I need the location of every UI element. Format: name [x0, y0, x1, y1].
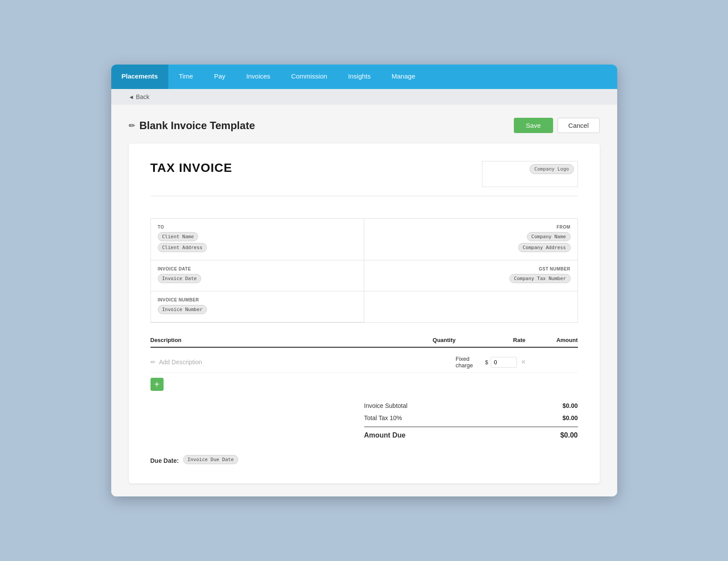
to-section: TO Client Name Client Address [151, 219, 364, 260]
page-header: ✏ Blank Invoice Template Save Cancel [129, 118, 600, 133]
tax-label: Total Tax 10% [364, 414, 402, 421]
nav-item-insights[interactable]: Insights [338, 65, 381, 89]
tax-row: Total Tax 10% $0.00 [364, 412, 578, 424]
amount-due-row: Amount Due $0.00 [364, 427, 578, 442]
col-rate-header: Rate [456, 337, 526, 343]
amount-due-label: Amount Due [364, 431, 406, 439]
line-item-pencil-icon: ✏ [150, 359, 156, 366]
company-address-badge: Company Address [518, 243, 570, 252]
invoice-title: TAX INVOICE [150, 161, 232, 175]
invoice-table-header: Description Quantity Rate Amount [150, 333, 578, 348]
from-empty-section [364, 291, 578, 322]
invoice-totals: Invoice Subtotal $0.00 Total Tax 10% $0.… [364, 396, 578, 442]
line-item-rate: Fixed charge $ × [456, 356, 526, 369]
nav-item-pay[interactable]: Pay [204, 65, 236, 89]
col-amount-header: Amount [526, 337, 578, 343]
company-tax-badge: Company Tax Number [509, 274, 570, 283]
nav-item-placements[interactable]: Placements [111, 65, 168, 89]
nav-item-commission[interactable]: Commission [281, 65, 338, 89]
invoice-number-badge: Invoice Number [158, 305, 207, 314]
remove-line-item-button[interactable]: × [521, 358, 525, 366]
due-date-badge: Invoice Due Date [183, 455, 238, 464]
client-address-badge: Client Address [158, 243, 207, 252]
invoice-card: TAX INVOICE Company Logo TO Client Name … [129, 144, 600, 483]
subtotal-value: $0.00 [562, 402, 578, 409]
due-date-label: Due Date: [150, 457, 179, 464]
subtotal-row: Invoice Subtotal $0.00 [364, 400, 578, 412]
nav-item-time[interactable]: Time [168, 65, 204, 89]
amount-due-value: $0.00 [560, 431, 578, 439]
nav-item-manage[interactable]: Manage [381, 65, 426, 89]
invoice-number-section: INVOICE NUMBER Invoice Number [151, 291, 364, 322]
client-name-badge: Client Name [158, 232, 198, 241]
from-label: FROM [371, 225, 571, 229]
invoice-number-label: INVOICE NUMBER [158, 298, 357, 302]
gst-section: GST NUMBER Company Tax Number [364, 260, 578, 291]
back-link[interactable]: ◄ Back [129, 93, 150, 100]
invoice-date-section: INVOICE DATE Invoice Date [151, 260, 364, 291]
header-actions: Save Cancel [514, 118, 600, 133]
back-label: Back [136, 93, 149, 100]
app-window: Placements Time Pay Invoices Commission … [111, 65, 617, 496]
add-row-button[interactable]: + [150, 378, 164, 391]
invoice-date-label: INVOICE DATE [158, 267, 357, 271]
invoice-header: TAX INVOICE Company Logo [150, 161, 578, 196]
cancel-button[interactable]: Cancel [557, 118, 600, 133]
save-button[interactable]: Save [514, 118, 553, 133]
top-nav: Placements Time Pay Invoices Commission … [111, 65, 617, 89]
breadcrumb-bar: ◄ Back [111, 89, 617, 105]
page-title-area: ✏ Blank Invoice Template [129, 120, 255, 132]
to-label: TO [158, 225, 357, 229]
line-item-description: ✏ Add Description [150, 359, 386, 366]
page-title: Blank Invoice Template [140, 120, 255, 132]
col-quantity-header: Quantity [386, 337, 456, 343]
nav-item-invoices[interactable]: Invoices [236, 65, 281, 89]
company-logo-badge: Company Logo [530, 164, 574, 174]
amount-input[interactable] [491, 357, 517, 368]
fixed-charge-label: Fixed charge [456, 356, 482, 369]
main-content: ✏ Blank Invoice Template Save Cancel TAX… [111, 105, 617, 496]
add-description-placeholder[interactable]: Add Description [159, 359, 202, 366]
pencil-icon: ✏ [129, 121, 135, 130]
from-section: FROM Company Name Company Address [364, 219, 578, 260]
line-item: ✏ Add Description Fixed charge $ × [150, 352, 578, 373]
company-name-badge: Company Name [527, 232, 570, 241]
tax-value: $0.00 [562, 414, 578, 421]
dollar-sign: $ [485, 359, 488, 366]
gst-number-label: GST NUMBER [371, 267, 571, 271]
invoice-meta: TO Client Name Client Address FROM Compa… [150, 218, 578, 323]
col-description-header: Description [150, 337, 386, 343]
invoice-date-badge: Invoice Date [158, 274, 201, 283]
due-date-row: Due Date: Invoice Due Date [150, 455, 578, 466]
subtotal-label: Invoice Subtotal [364, 402, 408, 409]
logo-placeholder: Company Logo [482, 161, 578, 187]
back-arrow-icon: ◄ [129, 94, 134, 100]
